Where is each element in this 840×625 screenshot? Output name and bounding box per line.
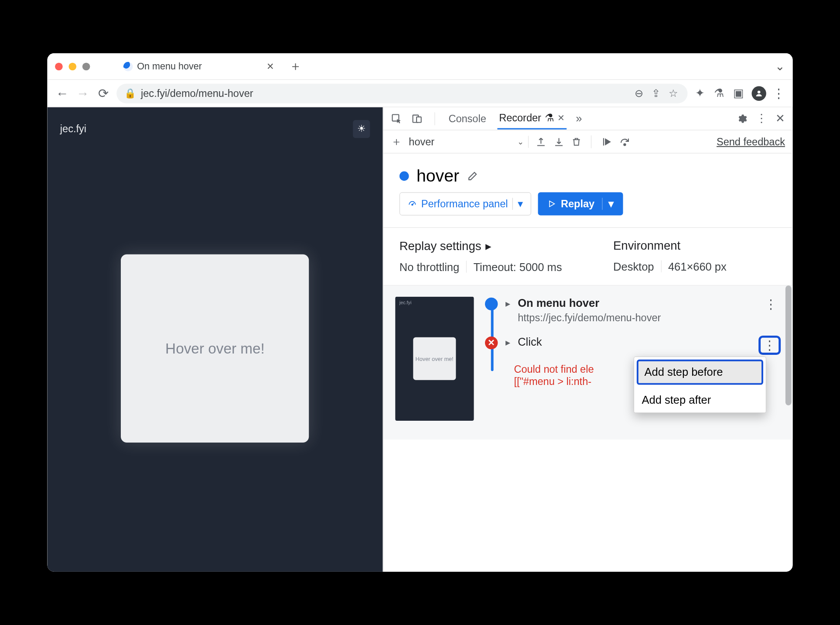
forward-icon: →	[75, 86, 90, 100]
step-click[interactable]: ✕ ▸ Click ⋮	[485, 336, 781, 355]
tab-overflow-icon[interactable]: ⌄	[775, 59, 785, 73]
environment-label: Environment	[613, 239, 680, 252]
environment-heading: Environment	[613, 239, 727, 252]
steps-timeline: ▸ On menu hover https://jec.fyi/demo/men…	[485, 297, 781, 429]
step-title: On menu hover	[518, 297, 661, 310]
recorder-body: hover Performance panel ▾	[383, 153, 793, 571]
settings-icon[interactable]	[736, 113, 747, 124]
browser-tab[interactable]: On menu hover ×	[117, 56, 280, 76]
recording-actions: Performance panel ▾ Replay ▾	[383, 192, 793, 227]
caret-right-icon: ▸	[505, 337, 510, 355]
url-text: jec.fyi/demo/menu-hover	[141, 87, 628, 99]
new-tab-button[interactable]: ＋	[286, 58, 305, 75]
recorder-toolbar: ＋ hover ⌄	[383, 130, 793, 154]
maximize-window-icon[interactable]	[82, 62, 90, 70]
export-icon[interactable]	[535, 136, 546, 147]
replay-settings-heading[interactable]: Replay settings ▸	[400, 239, 562, 253]
caret-right-icon: ▸	[485, 239, 492, 253]
recording-select[interactable]: hover ⌄	[409, 136, 528, 148]
labs-icon[interactable]: ⚗	[712, 87, 725, 100]
environment-col: Environment Desktop 461×660 px	[613, 239, 727, 274]
play-icon	[547, 199, 556, 208]
page-header: jec.fyi ☀	[60, 120, 370, 138]
more-tabs-icon[interactable]: »	[576, 112, 582, 125]
step-menu-icon[interactable]: ⋮	[758, 336, 781, 355]
device-toggle-icon[interactable]	[411, 113, 422, 124]
screenshot-thumbnail[interactable]: jec.fyi Hover over me!	[395, 297, 474, 421]
bookmark-icon[interactable]: ☆	[667, 87, 680, 99]
devtools-panel: Console Recorder ⚗ ✕ » ⋮ ✕ ＋	[383, 107, 793, 572]
favicon-icon	[123, 62, 133, 71]
gauge-icon	[407, 199, 417, 209]
hover-card-text: Hover over me!	[165, 340, 265, 357]
lock-icon: 🔒	[124, 88, 136, 99]
browser-menu-icon[interactable]: ⋮	[772, 86, 785, 101]
send-feedback-link[interactable]: Send feedback	[717, 136, 785, 148]
inspect-icon[interactable]	[391, 113, 402, 124]
hover-card[interactable]: Hover over me!	[121, 254, 309, 443]
device-value: Desktop	[613, 260, 654, 273]
back-icon[interactable]: ←	[55, 86, 69, 100]
rendered-page: jec.fyi ☀ Hover over me!	[47, 107, 382, 572]
new-recording-icon[interactable]: ＋	[391, 134, 402, 149]
step-context-menu: Add step before Add step after	[634, 357, 766, 413]
import-icon[interactable]	[553, 136, 564, 147]
steps-area: jec.fyi Hover over me! ▸ On menu hover	[383, 285, 793, 440]
replay-settings-summary: No throttling Timeout: 5000 ms	[400, 261, 562, 274]
separator	[434, 112, 435, 125]
recording-select-value: hover	[409, 136, 434, 148]
tab-console[interactable]: Console	[447, 108, 488, 129]
recording-status-dot	[400, 171, 409, 181]
close-window-icon[interactable]	[55, 62, 63, 70]
close-panel-icon[interactable]: ✕	[557, 113, 565, 123]
minimize-window-icon[interactable]	[68, 62, 76, 70]
chevron-down-icon: ⌄	[517, 137, 524, 147]
throttling-value: No throttling	[400, 261, 459, 274]
extensions-icon[interactable]: ✦	[693, 87, 706, 100]
step-over-icon[interactable]	[619, 136, 631, 147]
tab-strip: On menu hover × ＋ ⌄	[47, 53, 792, 80]
step-play-icon[interactable]	[601, 136, 611, 147]
chevron-down-icon[interactable]: ▾	[602, 198, 614, 209]
svg-point-0	[758, 90, 761, 93]
menu-item-add-step-after[interactable]: Add step after	[634, 388, 766, 413]
edit-title-icon[interactable]	[467, 170, 478, 181]
profile-avatar[interactable]	[751, 86, 766, 100]
scrollbar[interactable]	[785, 285, 792, 405]
tab-title: On menu hover	[137, 61, 202, 72]
step-menu-icon[interactable]: ⋮	[761, 297, 781, 324]
theme-toggle-icon[interactable]: ☀	[353, 120, 370, 138]
sidebar-icon[interactable]: ▣	[731, 87, 745, 100]
svg-point-4	[624, 144, 625, 145]
performance-panel-button[interactable]: Performance panel ▾	[400, 192, 531, 216]
replay-settings-col: Replay settings ▸ No throttling Timeout:…	[400, 239, 562, 274]
step-title: Click	[518, 336, 542, 349]
menu-item-add-step-before[interactable]: Add step before	[637, 360, 763, 385]
timeout-value: Timeout: 5000 ms	[473, 261, 562, 274]
replay-button[interactable]: Replay ▾	[538, 192, 623, 216]
chevron-down-icon[interactable]: ▾	[512, 198, 523, 209]
address-bar: ← → ⟳ 🔒 jec.fyi/demo/menu-hover ⊖ ⇪ ☆ ✦ …	[47, 80, 792, 107]
thumb-card: Hover over me!	[413, 337, 456, 380]
recording-title-row: hover	[383, 153, 793, 192]
share-icon[interactable]: ⇪	[650, 87, 662, 99]
zoom-icon[interactable]: ⊖	[633, 87, 645, 99]
reload-icon[interactable]: ⟳	[96, 86, 110, 101]
close-devtools-icon[interactable]: ✕	[775, 112, 785, 125]
environment-summary: Desktop 461×660 px	[613, 260, 727, 273]
delete-icon[interactable]	[571, 136, 582, 147]
close-tab-icon[interactable]: ×	[267, 59, 274, 73]
traffic-lights	[55, 62, 90, 70]
divider	[661, 260, 661, 272]
devtools-menu-icon[interactable]: ⋮	[756, 112, 767, 125]
step-navigate[interactable]: ▸ On menu hover https://jec.fyi/demo/men…	[485, 297, 781, 324]
thumb-card-text: Hover over me!	[416, 355, 454, 362]
replay-label: Replay	[561, 198, 594, 209]
step-marker-success-icon	[485, 298, 498, 310]
omnibox[interactable]: 🔒 jec.fyi/demo/menu-hover ⊖ ⇪ ☆	[116, 83, 687, 103]
step-marker-error-icon: ✕	[485, 337, 498, 349]
svg-rect-3	[417, 117, 421, 122]
caret-right-icon: ▸	[505, 299, 510, 324]
devtools-tabs: Console Recorder ⚗ ✕ » ⋮ ✕	[383, 107, 793, 130]
tab-recorder[interactable]: Recorder ⚗ ✕	[497, 108, 566, 130]
